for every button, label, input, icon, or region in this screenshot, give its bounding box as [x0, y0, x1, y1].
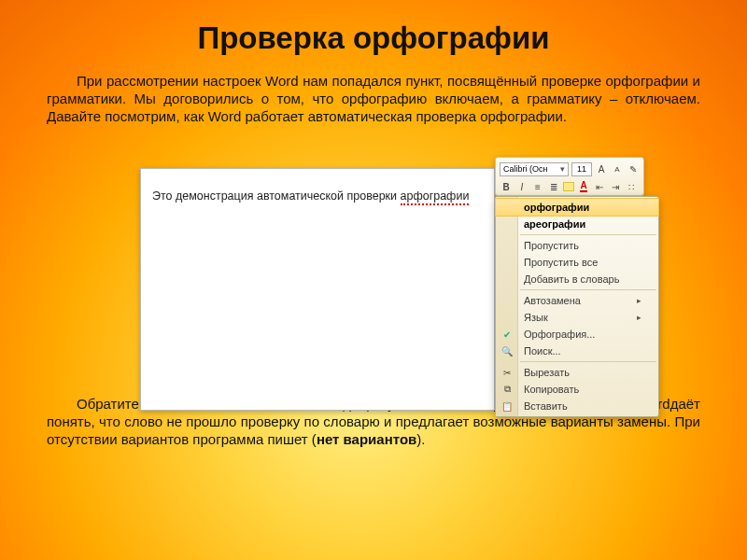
- menu-cut[interactable]: ✂Вырезать: [496, 364, 658, 381]
- italic-button[interactable]: I: [515, 180, 529, 193]
- menu-spelling[interactable]: ✔Орфография...: [496, 326, 658, 343]
- document-text: Это демонстрация автоматической проверки…: [152, 189, 469, 203]
- align-justify-button[interactable]: ≣: [547, 180, 560, 193]
- word-document-screenshot: Это демонстрация автоматической проверки…: [140, 168, 495, 411]
- suggestion-item-2[interactable]: ареографии: [496, 216, 658, 232]
- submenu-arrow-icon: ▸: [637, 296, 641, 305]
- spellcheck-icon: ✔: [500, 328, 514, 341]
- font-color-button[interactable]: A: [577, 180, 590, 193]
- menu-skip-all[interactable]: Пропустить все: [496, 254, 658, 271]
- paste-icon: 📋: [500, 399, 514, 413]
- shrink-font-button[interactable]: A: [611, 162, 624, 175]
- menu-copy[interactable]: ⧉Копировать: [496, 381, 658, 398]
- paragraph-1: При рассмотрении настроек Word нам попад…: [0, 73, 747, 125]
- bullets-button[interactable]: ∷: [625, 180, 638, 193]
- chevron-down-icon: ▾: [560, 164, 565, 174]
- submenu-arrow-icon: ▸: [637, 313, 641, 322]
- cut-icon: ✂: [500, 366, 514, 379]
- font-size-selector[interactable]: 11: [571, 162, 592, 176]
- font-name-selector[interactable]: Calibri (Осн▾: [500, 162, 569, 176]
- grow-font-button[interactable]: A: [595, 162, 608, 175]
- spellcheck-context-menu: орфографии ареографии Пропустить Пропуст…: [495, 196, 659, 417]
- indent-increase-button[interactable]: ⇥: [609, 180, 622, 193]
- copy-icon: ⧉: [500, 383, 514, 396]
- align-center-button[interactable]: ≡: [531, 180, 544, 193]
- text-prefix: Это демонстрация автоматической проверки: [152, 189, 401, 203]
- menu-paste[interactable]: 📋Вставить: [496, 398, 658, 414]
- mini-format-toolbar: Calibri (Осн▾ 11 A A ✎ B I ≡ ≣ A ⇤ ⇥ ∷: [495, 157, 644, 196]
- indent-decrease-button[interactable]: ⇤: [593, 180, 606, 193]
- styles-button[interactable]: ✎: [627, 162, 640, 175]
- slide-title: Проверка орфографии: [0, 0, 747, 56]
- menu-search[interactable]: 🔍Поиск...: [496, 343, 658, 359]
- menu-skip[interactable]: Пропустить: [496, 237, 658, 254]
- search-icon: 🔍: [500, 344, 514, 357]
- para2-text-b: ).: [416, 431, 425, 447]
- menu-add-to-dictionary[interactable]: Добавить в словарь: [496, 271, 658, 287]
- suggestion-item-1[interactable]: орфографии: [496, 199, 658, 216]
- misspelled-word[interactable]: арфографии: [401, 189, 470, 205]
- menu-autocorrect[interactable]: Автозамена▸: [496, 292, 658, 309]
- highlight-color-button[interactable]: [563, 182, 574, 191]
- para2-bold: нет вариантов: [317, 431, 416, 447]
- bold-button[interactable]: B: [500, 180, 513, 193]
- font-name-label: Calibri (Осн: [503, 164, 547, 174]
- menu-language[interactable]: Язык▸: [496, 309, 658, 326]
